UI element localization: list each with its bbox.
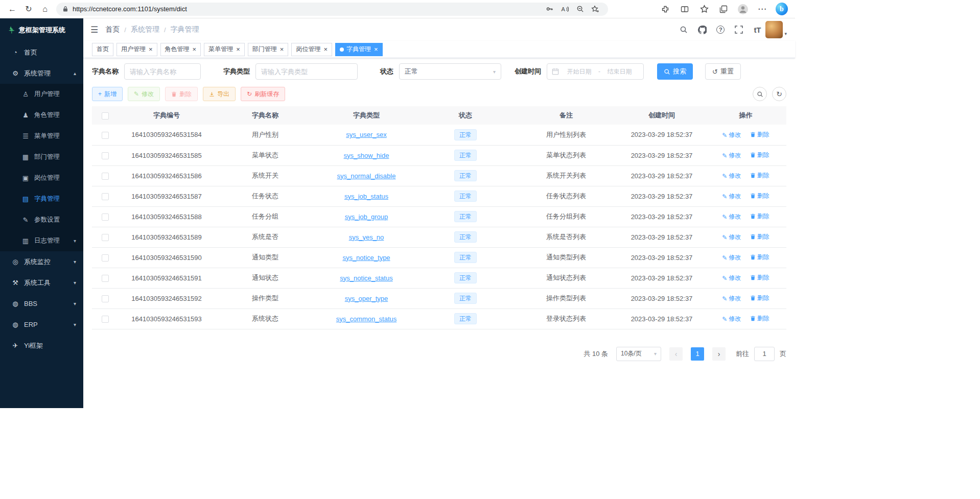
tab-close-icon[interactable]: × — [280, 45, 284, 53]
dict-type-link[interactable]: sys_job_status — [344, 193, 388, 200]
split-screen-icon[interactable] — [679, 2, 691, 16]
prev-page-button[interactable]: ‹ — [669, 347, 683, 361]
user-avatar[interactable] — [765, 21, 783, 38]
dict-type-link[interactable]: sys_common_status — [336, 315, 397, 323]
reset-button[interactable]: ↺ 重置 — [705, 63, 741, 80]
row-edit-button[interactable]: ✎修改 — [722, 315, 741, 323]
tab-dept-management[interactable]: 部门管理× — [248, 43, 289, 56]
goto-page-input[interactable] — [754, 347, 775, 361]
dict-type-input[interactable] — [255, 63, 358, 80]
page-number-1[interactable]: 1 — [691, 347, 704, 361]
row-delete-button[interactable]: 删除 — [750, 294, 769, 302]
row-delete-button[interactable]: 删除 — [750, 212, 769, 221]
dict-type-link[interactable]: sys_notice_type — [342, 254, 390, 262]
toggle-search-button[interactable] — [753, 87, 767, 101]
sidebar-item-bbs[interactable]: ◍BBS▾ — [0, 293, 83, 314]
sidebar-item-log-management[interactable]: ▥日志管理▾ — [0, 230, 83, 251]
row-edit-button[interactable]: ✎修改 — [722, 294, 741, 303]
row-checkbox[interactable] — [102, 234, 109, 241]
tab-role-management[interactable]: 角色管理× — [160, 43, 201, 56]
row-edit-button[interactable]: ✎修改 — [722, 192, 741, 201]
extensions-icon[interactable] — [659, 2, 671, 16]
row-delete-button[interactable]: 删除 — [750, 130, 769, 139]
row-edit-button[interactable]: ✎修改 — [722, 233, 741, 242]
sidebar-item-dict-management[interactable]: ▤字典管理 — [0, 188, 83, 209]
row-edit-button[interactable]: ✎修改 — [722, 131, 741, 139]
url-bar[interactable]: https://ccnetcore.com:1101/system/dict A — [56, 3, 608, 16]
refresh-cache-button[interactable]: ↻ 刷新缓存 — [241, 87, 285, 101]
status-select[interactable]: 正常 ▾ — [399, 63, 501, 80]
tab-close-icon[interactable]: × — [193, 45, 197, 53]
row-delete-button[interactable]: 删除 — [750, 273, 769, 282]
row-delete-button[interactable]: 删除 — [750, 232, 769, 241]
sidebar-item-yi-framework[interactable]: ✈Yi框架 — [0, 335, 83, 356]
refresh-table-button[interactable]: ↻ — [772, 87, 786, 101]
sidebar-item-dept-management[interactable]: ▦部门管理 — [0, 147, 83, 168]
breadcrumb-item[interactable]: 系统管理 — [131, 25, 159, 34]
tab-post-management[interactable]: 岗位管理× — [291, 43, 332, 56]
avatar-container[interactable]: ▾ — [765, 21, 787, 38]
sidebar-item-post-management[interactable]: ▣岗位管理 — [0, 168, 83, 188]
tab-user-management[interactable]: 用户管理× — [116, 43, 157, 56]
search-icon[interactable] — [678, 23, 690, 36]
row-checkbox[interactable] — [102, 254, 109, 262]
row-delete-button[interactable]: 删除 — [750, 171, 769, 180]
dict-type-link[interactable]: sys_notice_status — [340, 274, 392, 282]
fullscreen-icon[interactable] — [733, 23, 745, 36]
date-range-picker[interactable]: 开始日期 - 结束日期 — [547, 63, 644, 80]
favorites-icon[interactable] — [698, 2, 710, 16]
add-favorite-icon[interactable] — [589, 4, 602, 15]
sidebar-item-role-management[interactable]: ♟角色管理 — [0, 105, 83, 126]
row-checkbox[interactable] — [102, 213, 109, 221]
select-all-checkbox[interactable] — [102, 112, 109, 120]
row-checkbox[interactable] — [102, 173, 109, 180]
sidebar-item-erp[interactable]: ◍ERP▾ — [0, 314, 83, 335]
hamburger-icon[interactable]: ☰ — [90, 25, 98, 35]
row-checkbox[interactable] — [102, 316, 109, 323]
sidebar-item-menu-management[interactable]: ☰菜单管理 — [0, 126, 83, 147]
tab-home[interactable]: 首页 — [92, 43, 113, 56]
dict-type-link[interactable]: sys_show_hide — [344, 152, 389, 159]
bing-icon[interactable]: b — [776, 3, 788, 15]
row-checkbox[interactable] — [102, 275, 109, 282]
collections-icon[interactable] — [717, 2, 730, 16]
edit-button[interactable]: ✎ 修改 — [128, 87, 160, 101]
row-delete-button[interactable]: 删除 — [750, 314, 769, 323]
dict-type-link[interactable]: sys_yes_no — [349, 233, 384, 241]
search-button[interactable]: 搜索 — [657, 63, 693, 80]
dict-name-input[interactable] — [124, 63, 201, 80]
dict-type-link[interactable]: sys_normal_disable — [337, 172, 396, 180]
more-icon[interactable]: ⋯ — [756, 2, 768, 16]
row-edit-button[interactable]: ✎修改 — [722, 172, 741, 180]
dict-type-link[interactable]: sys_job_group — [345, 213, 388, 221]
sidebar-item-param-settings[interactable]: ✎参数设置 — [0, 209, 83, 230]
dict-type-link[interactable]: sys_oper_type — [345, 295, 388, 302]
row-checkbox[interactable] — [102, 193, 109, 200]
add-button[interactable]: + 新增 — [92, 87, 123, 101]
sidebar-item-home[interactable]: ◔首页 — [0, 42, 83, 63]
row-edit-button[interactable]: ✎修改 — [722, 212, 741, 221]
tab-close-icon[interactable]: × — [149, 45, 153, 53]
dict-type-link[interactable]: sys_user_sex — [346, 131, 386, 138]
back-icon[interactable]: ← — [4, 2, 20, 16]
tab-close-icon[interactable]: × — [374, 45, 378, 53]
tab-close-icon[interactable]: × — [236, 45, 240, 53]
row-checkbox[interactable] — [102, 295, 109, 302]
sidebar-item-system-monitor[interactable]: ◎系统监控▾ — [0, 251, 83, 272]
row-edit-button[interactable]: ✎修改 — [722, 274, 741, 282]
github-icon[interactable] — [696, 23, 708, 36]
row-delete-button[interactable]: 删除 — [750, 253, 769, 262]
row-delete-button[interactable]: 删除 — [750, 192, 769, 200]
breadcrumb-item[interactable]: 首页 — [105, 25, 120, 34]
row-edit-button[interactable]: ✎修改 — [722, 151, 741, 160]
tab-close-icon[interactable]: × — [323, 45, 328, 53]
export-button[interactable]: 导出 — [203, 87, 236, 101]
delete-button[interactable]: 删除 — [165, 87, 198, 101]
key-icon[interactable] — [543, 4, 556, 15]
sidebar-item-system-management[interactable]: ⚙系统管理▴ — [0, 63, 83, 84]
row-delete-button[interactable]: 删除 — [750, 151, 769, 159]
sidebar-item-user-management[interactable]: ♙用户管理 — [0, 84, 83, 105]
read-aloud-icon[interactable]: A — [558, 4, 571, 15]
home-icon[interactable]: ⌂ — [37, 2, 53, 16]
row-checkbox[interactable] — [102, 152, 109, 159]
